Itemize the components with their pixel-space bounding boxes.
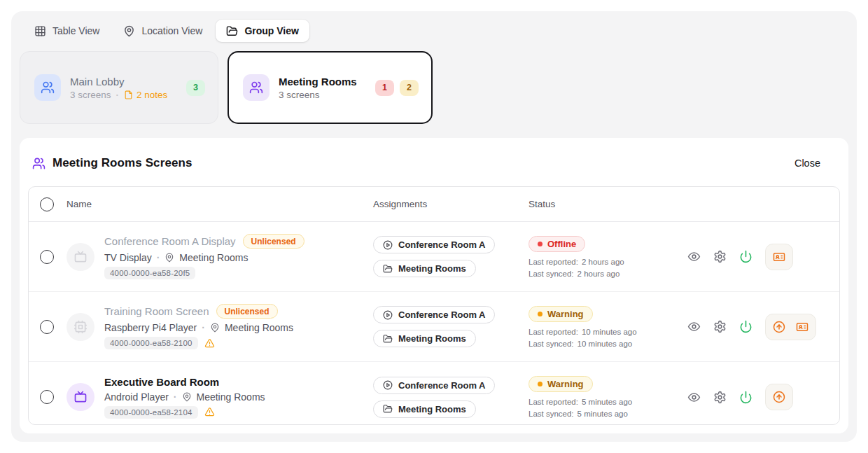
update-button[interactable] xyxy=(773,321,785,333)
table-row: Executive Board Room Android Player · Me… xyxy=(29,362,839,425)
group-cards: Main Lobby 3 screens · 2 notes 3 xyxy=(20,51,848,124)
screen-name[interactable]: Training Room Screen xyxy=(104,305,209,317)
device-id: 4000-0000-ea58-20f5 xyxy=(104,267,195,279)
table-header-row: Name Assignments Status xyxy=(29,187,839,222)
view-tabs: Table View Location View Group View xyxy=(24,20,848,42)
screen-name[interactable]: Conference Room A Display xyxy=(104,235,236,247)
table-row: Training Room Screen Unlicensed Raspberr… xyxy=(29,292,839,362)
update-button[interactable] xyxy=(773,391,785,403)
map-pin-icon xyxy=(182,392,192,402)
tab-label: Group View xyxy=(244,25,299,36)
last-synced-label: Last synced: xyxy=(528,270,574,278)
tab-location-view[interactable]: Location View xyxy=(113,20,213,42)
status-dot xyxy=(538,242,542,246)
assignment-chip-group[interactable]: Meeting Rooms xyxy=(373,260,476,277)
device-id: 4000-0000-ea58-2100 xyxy=(104,337,198,349)
tab-group-view[interactable]: Group View xyxy=(216,20,309,42)
last-reported-value: 5 minutes ago xyxy=(582,398,632,406)
device-type: Android Player xyxy=(104,391,169,403)
id-card-icon xyxy=(773,251,785,263)
tv-device-icon xyxy=(66,243,94,271)
group-card-meeting-rooms[interactable]: Meeting Rooms 3 screens 1 2 xyxy=(227,51,433,124)
last-synced-label: Last synced: xyxy=(528,410,574,418)
circle-play-icon xyxy=(383,240,393,250)
alert-triangle-icon xyxy=(204,338,215,349)
eye-icon xyxy=(687,250,701,263)
row-checkbox[interactable] xyxy=(40,390,54,404)
power-button[interactable] xyxy=(739,320,752,333)
group-screens-count: 3 screens xyxy=(279,90,320,100)
screen-location: Meeting Rooms xyxy=(179,252,248,263)
cpu-device-icon xyxy=(66,313,94,341)
id-card-icon xyxy=(796,321,808,333)
tab-table-view[interactable]: Table View xyxy=(24,20,110,42)
close-button[interactable]: Close xyxy=(785,153,830,173)
last-reported-label: Last reported: xyxy=(528,328,578,336)
status-dot xyxy=(538,312,542,316)
assignment-chip-playlist[interactable]: Conference Room A xyxy=(373,306,495,323)
table-grid-icon xyxy=(34,25,46,37)
screens-table: Name Assignments Status Conference Room … xyxy=(28,186,840,425)
device-type: Raspberry Pi4 Player xyxy=(104,322,197,333)
circle-arrow-up-icon xyxy=(773,391,785,403)
screen-name[interactable]: Executive Board Room xyxy=(104,376,219,388)
file-icon xyxy=(124,90,133,99)
group-card-main-lobby[interactable]: Main Lobby 3 screens · 2 notes 3 xyxy=(20,51,218,124)
group-name: Main Lobby xyxy=(70,76,167,88)
eye-icon xyxy=(687,320,701,333)
warning-count-badge: 2 xyxy=(400,80,419,96)
status-badge: Offline xyxy=(528,236,585,252)
app-container: Table View Location View Group View Main… xyxy=(11,11,857,442)
screen-management-app: Table View Location View Group View Main… xyxy=(0,0,868,453)
panel-title: Meeting Rooms Screens xyxy=(52,156,192,170)
row-checkbox[interactable] xyxy=(40,320,54,334)
screen-location: Meeting Rooms xyxy=(225,322,293,333)
alert-actions-group xyxy=(765,314,816,340)
circle-play-icon xyxy=(383,380,393,390)
assignment-chip-group[interactable]: Meeting Rooms xyxy=(373,330,476,347)
power-button[interactable] xyxy=(739,391,752,404)
circle-play-icon xyxy=(383,310,393,320)
select-all-checkbox[interactable] xyxy=(40,197,54,211)
last-reported-label: Last reported: xyxy=(528,258,578,266)
last-reported-value: 2 hours ago xyxy=(582,258,624,266)
last-synced-value: 2 hours ago xyxy=(578,270,620,278)
settings-button[interactable] xyxy=(713,391,727,404)
column-header-name: Name xyxy=(66,199,373,209)
row-checkbox[interactable] xyxy=(40,250,54,264)
assignment-chip-playlist[interactable]: Conference Room A xyxy=(373,236,495,253)
license-details-button[interactable] xyxy=(796,321,808,333)
assignment-chip-group[interactable]: Meeting Rooms xyxy=(373,400,476,418)
column-header-assignments: Assignments xyxy=(373,199,528,209)
last-reported-label: Last reported: xyxy=(528,398,578,406)
view-button[interactable] xyxy=(687,391,701,404)
notes-label: 2 notes xyxy=(136,90,167,100)
circle-arrow-up-icon xyxy=(773,321,785,333)
settings-button[interactable] xyxy=(713,320,727,333)
power-icon xyxy=(739,250,752,263)
view-button[interactable] xyxy=(687,250,701,263)
last-reported-value: 10 minutes ago xyxy=(582,328,637,336)
screens-panel: Meeting Rooms Screens Close Name Assignm… xyxy=(20,138,848,433)
power-button[interactable] xyxy=(739,250,752,263)
license-details-button[interactable] xyxy=(773,251,785,263)
screen-location: Meeting Rooms xyxy=(197,391,265,403)
dot-separator: · xyxy=(116,90,120,100)
status-count-badge: 3 xyxy=(186,80,205,96)
settings-button[interactable] xyxy=(713,250,727,263)
alert-actions-group xyxy=(765,244,793,270)
assignment-chip-playlist[interactable]: Conference Room A xyxy=(373,377,495,394)
group-screens-count: 3 screens xyxy=(70,90,111,100)
users-icon xyxy=(243,74,270,101)
dot-separator: · xyxy=(174,391,177,403)
gear-icon xyxy=(713,250,727,263)
unlicensed-badge: Unlicensed xyxy=(243,234,304,249)
device-type: TV Display xyxy=(104,252,152,263)
gear-icon xyxy=(713,391,727,404)
gear-icon xyxy=(713,320,727,333)
column-header-status: Status xyxy=(528,199,676,209)
table-row: Conference Room A Display Unlicensed TV … xyxy=(29,222,839,292)
group-notes[interactable]: 2 notes xyxy=(124,90,167,100)
folder-open-icon xyxy=(226,25,238,37)
view-button[interactable] xyxy=(687,320,701,333)
